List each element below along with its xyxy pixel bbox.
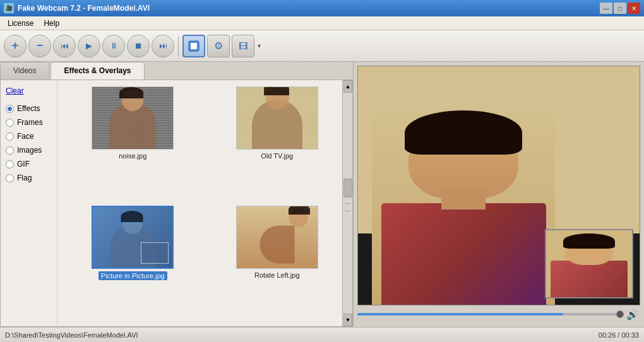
thumb-noise-img[interactable] [92,86,174,150]
menu-bar: License Help [0,16,644,30]
remove-button[interactable]: − [28,35,51,57]
record-button[interactable] [182,35,205,57]
stop-button[interactable]: ⏹ [127,35,150,57]
thumb-rotate[interactable]: Rotate Left.jpg [208,206,347,320]
minimize-button[interactable]: — [600,3,612,14]
maximize-button[interactable]: □ [614,3,626,14]
panel-content: Clear Effects Frames Face Images [0,80,353,327]
prev-button[interactable]: ⏮ [53,35,76,57]
thumb-oldtv[interactable]: Old TV.jpg [208,86,347,199]
app-icon: 🎥 [4,3,14,13]
add-button[interactable]: + [4,35,27,57]
seek-progress [357,313,563,315]
filter-frames-label: Frames [17,118,43,127]
left-panel: Videos Effects & Overlays Clear Effects … [0,62,354,327]
video-hair [405,110,522,155]
thumb-noise[interactable]: noise.jpg [64,86,202,199]
volume-button[interactable]: 🔊 [625,307,640,322]
filter-effects-label: Effects [17,104,40,113]
scrollbar-thumb[interactable] [343,179,352,198]
video-background [372,102,555,305]
inset-body [551,261,628,297]
window-title: Fake Webcam 7.2 - FemaleModel.AVI [18,4,150,13]
video-inset [545,229,633,298]
thumb-rotate-img[interactable] [236,206,318,269]
main-content: Videos Effects & Overlays Clear Effects … [0,62,644,327]
thumb-oldtv-label: Old TV.jpg [261,152,293,160]
toolbar: + − ⏮ ▶ ⏸ ⏹ ⏭ ⚙ 🎞 ▾ [0,30,644,62]
thumb-noise-label: noise.jpg [119,152,146,160]
inset-hair [563,233,615,248]
video-display [357,66,640,305]
play-button[interactable]: ▶ [78,35,100,57]
radio-face[interactable] [6,133,14,141]
radio-frames[interactable] [6,119,14,127]
tab-bar: Videos Effects & Overlays [0,62,353,80]
seek-thumb[interactable] [616,310,624,318]
settings-button[interactable]: ⚙ [207,35,230,57]
tab-videos[interactable]: Videos [0,62,49,80]
video-controls: 🔊 [357,305,640,323]
title-bar: 🎥 Fake Webcam 7.2 - FemaleModel.AVI — □ … [0,0,644,16]
thumb-pip-label: Picture in Picture.jpg [98,271,167,280]
seek-bar[interactable] [357,313,621,315]
thumb-oldtv-img[interactable] [236,86,318,150]
film-button[interactable]: 🎞 [232,35,254,57]
video-body [381,203,546,305]
radio-flag[interactable] [6,174,14,182]
thumb-pip[interactable]: Picture in Picture.jpg [64,206,202,320]
clear-link[interactable]: Clear [6,86,52,95]
filter-frames[interactable]: Frames [6,117,52,128]
status-bar: D:\Shared\TestingVideos\FemaleModel.AVI … [0,327,644,342]
radio-images[interactable] [6,146,14,155]
svg-rect-1 [191,43,197,49]
radio-effects[interactable] [6,105,14,113]
filter-flag[interactable]: Flag [6,172,52,184]
scrollbar-track[interactable]: ▼ ▲ [342,80,352,326]
thumbnails-grid: noise.jpg Old TV.jpg [57,80,352,326]
filter-gif-label: GIF [17,160,30,168]
thumbnails-area: noise.jpg Old TV.jpg [57,80,352,326]
radio-gif[interactable] [6,160,14,168]
window-controls: — □ ✕ [600,3,640,14]
dropdown-arrow[interactable]: ▾ [258,42,261,49]
video-neck [441,189,486,209]
thumb-pip-img[interactable] [92,206,174,269]
filter-effects[interactable]: Effects [6,103,52,114]
right-panel: 🔊 [354,62,644,327]
filter-face-label: Face [17,132,34,141]
filter-face[interactable]: Face [6,131,52,142]
thumb-rotate-label: Rotate Left.jpg [254,271,300,279]
filter-gif[interactable]: GIF [6,158,52,170]
status-time: 00:26 / 00:33 [599,331,639,339]
sidebar-filters: Clear Effects Frames Face Images [1,80,57,326]
filter-flag-label: Flag [17,174,32,182]
scroll-down-btn[interactable]: ▼ [343,314,352,326]
scroll-up-btn[interactable]: ▲ [343,80,352,93]
pause-button[interactable]: ⏸ [102,35,125,57]
next-button[interactable]: ⏭ [152,35,174,57]
tab-effects-overlays[interactable]: Effects & Overlays [51,62,144,80]
menu-license[interactable]: License [3,18,39,29]
toolbar-separator [178,37,179,56]
status-filepath: D:\Shared\TestingVideos\FemaleModel.AVI [5,331,138,339]
filter-images-label: Images [17,146,42,155]
close-button[interactable]: ✕ [628,3,640,14]
filter-images[interactable]: Images [6,144,52,156]
menu-help[interactable]: Help [39,18,64,29]
